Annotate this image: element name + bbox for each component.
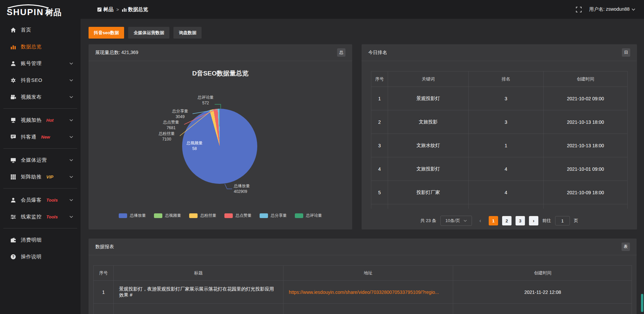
- new-tag: New: [41, 135, 50, 140]
- app-root: SHUPIN 树品 树品 > 数据总览 用户名: zsw: [0, 0, 644, 314]
- breadcrumb: 树品 > 数据总览: [97, 6, 148, 13]
- sidebar-item-matrix-boost[interactable]: 矩阵助推 VIP: [0, 168, 80, 185]
- table-row[interactable]: 3 文旅水纹灯 1 2021-10-13 18:00: [371, 134, 627, 157]
- table-badge-button[interactable]: 表: [622, 243, 630, 251]
- user-menu[interactable]: 用户名: zswodun88: [589, 6, 635, 12]
- overview-panel-header: 展现量总数: 421,369 总: [89, 44, 352, 61]
- sidebar-item-doukertong[interactable]: 抖客通 New: [0, 128, 80, 145]
- sidebar-divider: [3, 188, 77, 189]
- prev-page-button[interactable]: ‹: [476, 216, 485, 225]
- main-content: 抖音seo数据 全媒体运营数据 询盘数据 展现量总数: 421,369 总 D音…: [80, 19, 644, 314]
- pie-label-comments: 总评论量 572: [187, 95, 224, 106]
- legend-item-fans[interactable]: 总粉丝量: [189, 213, 216, 218]
- sidebar-item-label: 操作说明: [21, 254, 42, 260]
- fullscreen-icon[interactable]: [576, 7, 582, 12]
- legend-item-videos[interactable]: 总视频量: [154, 213, 181, 218]
- table-row-partial: [371, 204, 627, 209]
- logo-arc: [7, 4, 50, 8]
- sidebar-divider: [3, 148, 77, 149]
- tab-omni-media-data[interactable]: 全媒体运营数据: [128, 27, 169, 39]
- chevron-down-icon: [69, 62, 73, 65]
- page-button-1[interactable]: 1: [489, 216, 498, 225]
- logo: SHUPIN 树品: [0, 2, 80, 16]
- page-scrollbar[interactable]: [641, 294, 643, 312]
- user-icon: [10, 60, 16, 66]
- signboard-icon: [10, 117, 16, 123]
- chevron-down-icon: [464, 220, 467, 222]
- sidebar-item-data-overview[interactable]: 数据总览: [0, 38, 80, 55]
- sidebar-item-operation-guide[interactable]: ? 操作说明: [0, 248, 80, 265]
- table-row[interactable]: 1 景观投影灯 3 2021-10-02 09:00: [371, 87, 627, 110]
- table-row[interactable]: 1 景观投影灯，夜游景观投影灯厂家展示展示落花灯在花园里的灯光投影应用效果 # …: [94, 281, 632, 304]
- chevron-down-icon: [69, 216, 73, 218]
- goto-page-input[interactable]: [555, 216, 570, 225]
- breadcrumb-current[interactable]: 数据总览: [122, 6, 148, 13]
- legend-swatch: [295, 213, 303, 218]
- table-row[interactable]: 2 文旅投影 3 2021-10-13 18:00: [371, 110, 627, 134]
- tab-douyin-seo-data[interactable]: 抖音seo数据: [89, 27, 124, 39]
- sidebar-item-home[interactable]: 首页: [0, 21, 80, 38]
- topbar-right: 用户名: zswodun88: [576, 6, 644, 12]
- sidebar-item-omni-media[interactable]: 全媒体运营: [0, 152, 80, 168]
- report-table: 序号 标题 地址 创建时间 1 景观投影灯，夜游景观投影灯厂家展示展示落花灯在花…: [93, 265, 632, 314]
- page-button-2[interactable]: 2: [502, 216, 512, 225]
- legend-item-likes[interactable]: 总点赞量: [224, 213, 252, 218]
- sidebar-item-label: 会员爆客: [21, 197, 42, 203]
- next-page-button[interactable]: ›: [529, 216, 538, 225]
- breadcrumb-root[interactable]: 树品: [97, 6, 113, 13]
- day-badge-button[interactable]: 日: [622, 48, 630, 57]
- sidebar-item-video-publish[interactable]: 视频发布: [0, 89, 80, 105]
- sliders-icon: [10, 214, 16, 220]
- table-row[interactable]: 4 文旅投影灯 4 2021-10-01 09:00: [371, 157, 627, 181]
- legend-item-shares[interactable]: 总分享量: [260, 213, 287, 218]
- hot-tag: Hot: [46, 118, 54, 123]
- sidebar-divider: [3, 228, 77, 228]
- tools-tag: Tools: [46, 214, 58, 219]
- tools-tag: Tools: [46, 198, 58, 203]
- chat-bubble-icon: [10, 134, 16, 140]
- chevron-down-icon: [69, 79, 73, 82]
- total-badge-button[interactable]: 总: [337, 48, 345, 57]
- pagination-total: 共 23 条: [420, 218, 436, 224]
- sidebar-item-video-heat[interactable]: 视频加热 Hot: [0, 112, 80, 128]
- tab-inquiry-data[interactable]: 询盘数据: [173, 27, 202, 39]
- vip-tag: VIP: [46, 174, 53, 179]
- table-row-partial: [94, 304, 632, 314]
- report-url-link[interactable]: https://www.iesdouyin.com/share/video/70…: [289, 290, 439, 295]
- legend-swatch: [189, 213, 198, 218]
- pie-label-videos: 总视频量 58: [176, 140, 213, 152]
- sidebar-item-consumption-detail[interactable]: 消费明细: [0, 231, 80, 248]
- topbar: SHUPIN 树品 树品 > 数据总览 用户名: zsw: [0, 0, 644, 19]
- sidebar-item-member-tools[interactable]: 会员爆客 Tools: [0, 192, 80, 208]
- sidebar-item-label: 视频发布: [21, 94, 42, 100]
- bar-chart-icon: [122, 7, 126, 12]
- grid-icon: [10, 174, 16, 180]
- sidebar-item-leads-monitor[interactable]: 线索监控 Tools: [0, 208, 80, 225]
- legend-swatch: [260, 213, 268, 218]
- legend-item-plays[interactable]: 总播放量: [119, 213, 146, 218]
- sidebar-item-label: 消费明细: [21, 237, 42, 243]
- goto-label: 前往: [542, 218, 551, 224]
- report-panel-header: 数据报表 表: [89, 239, 637, 255]
- legend-swatch: [224, 213, 233, 218]
- sidebar-item-label: 视频加热: [21, 117, 42, 123]
- bar-chart-icon: [10, 44, 16, 50]
- table-row[interactable]: 5 投影灯厂家 4 2021-10-09 18:00: [371, 181, 627, 204]
- report-table-body: 序号 标题 地址 创建时间 1 景观投影灯，夜游景观投影灯厂家展示展示落花灯在花…: [89, 265, 637, 314]
- sidebar-item-label: 全媒体运营: [21, 157, 47, 163]
- chevron-down-icon: [69, 159, 73, 161]
- ranking-panel-header: 今日排名 日: [362, 44, 637, 61]
- sidebar-item-label: 首页: [21, 27, 31, 33]
- chevron-down-icon: [69, 119, 73, 121]
- pie-label-shares: 总分享量 3049: [162, 108, 199, 120]
- page-button-3[interactable]: 3: [516, 216, 525, 225]
- legend-item-comments[interactable]: 总评论量: [295, 213, 322, 218]
- sidebar-item-douyin-seo[interactable]: 抖音SEO: [0, 72, 80, 89]
- sidebar: 首页 数据总览 账号管理 抖音SEO: [0, 19, 80, 314]
- sidebar-item-account-management[interactable]: 账号管理: [0, 55, 80, 72]
- sidebar-item-label: 抖音SEO: [21, 77, 42, 84]
- page-size-select[interactable]: 10条/页: [440, 216, 472, 226]
- sidebar-item-label: 数据总览: [21, 44, 42, 50]
- chart-legend: 总播放量 总视频量 总粉丝量 总点赞量: [89, 213, 352, 218]
- report-table-header-row: 序号 标题 地址 创建时间: [94, 266, 632, 281]
